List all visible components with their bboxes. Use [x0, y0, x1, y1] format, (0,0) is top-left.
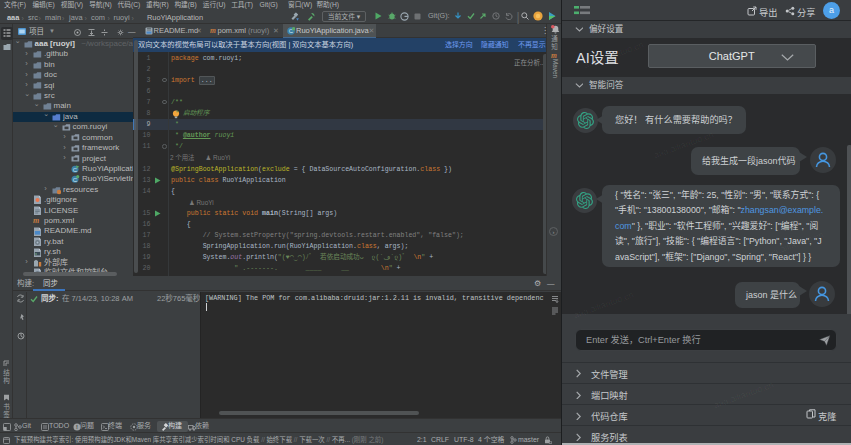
svg-text:!: !: [76, 424, 78, 430]
